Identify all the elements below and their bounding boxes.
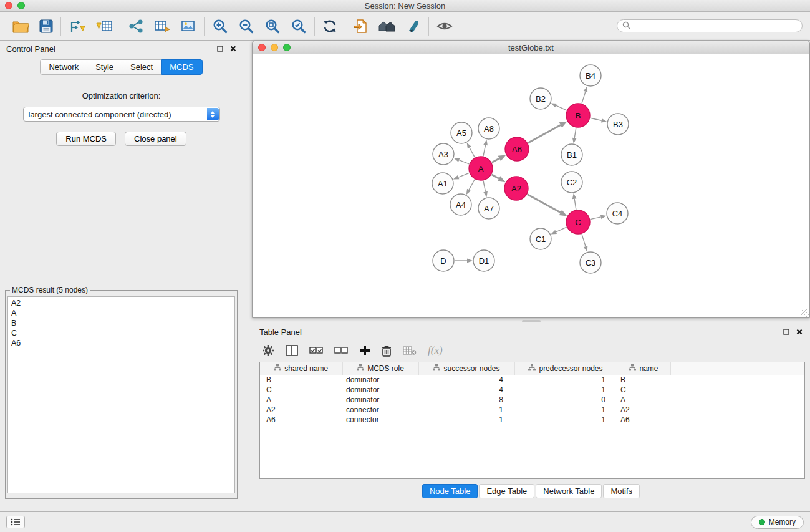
mcds-result-list[interactable]: A2ABCA6: [7, 296, 235, 493]
network-node-C[interactable]: C: [566, 210, 590, 234]
resize-handle-icon[interactable]: [801, 309, 809, 317]
zoom-in-icon[interactable]: [212, 18, 228, 34]
show-hide-eye-icon[interactable]: [436, 19, 453, 33]
network-node-D1[interactable]: D1: [473, 250, 494, 271]
column-header-mcds-role[interactable]: MCDS role: [342, 362, 418, 375]
mcds-result-item[interactable]: A2: [11, 298, 231, 308]
settings-gear-icon[interactable]: [262, 344, 274, 357]
close-panel-icon[interactable]: [230, 44, 236, 54]
open-session-icon[interactable]: [353, 19, 369, 34]
network-node-C1[interactable]: C1: [530, 228, 551, 249]
column-layout-icon[interactable]: [286, 345, 298, 356]
network-node-A3[interactable]: A3: [433, 143, 454, 165]
table-row[interactable]: Adominator80A: [260, 395, 804, 405]
svg-text:B1: B1: [567, 150, 577, 160]
network-node-A8[interactable]: A8: [478, 118, 499, 139]
network-node-C2[interactable]: C2: [561, 172, 582, 193]
network-node-C3[interactable]: C3: [580, 252, 601, 273]
splitter-handle[interactable]: [522, 320, 541, 322]
network-node-A4[interactable]: A4: [450, 194, 471, 215]
network-node-A2[interactable]: A2: [504, 177, 528, 200]
panel-menu-button[interactable]: [6, 516, 25, 528]
optimization-criterion-select[interactable]: largest connected component (directed): [23, 107, 220, 122]
delete-table-icon[interactable]: [403, 346, 417, 355]
network-node-A5[interactable]: A5: [451, 122, 472, 143]
column-header-successor-nodes[interactable]: successor nodes: [418, 362, 514, 375]
node-table[interactable]: shared nameMCDS rolesuccessor nodesprede…: [259, 362, 805, 479]
tab-style[interactable]: Style: [87, 59, 122, 75]
tab-network-table[interactable]: Network Table: [536, 484, 602, 498]
control-panel-tabs: NetworkStyleSelectMCDS: [0, 59, 243, 75]
table-row[interactable]: Cdominator41C: [260, 385, 804, 395]
selected-option-label: largest connected component (directed): [29, 110, 171, 119]
network-close-button[interactable]: [258, 44, 266, 51]
tab-node-table[interactable]: Node Table: [422, 484, 478, 498]
mcds-result-item[interactable]: C: [11, 328, 231, 338]
delete-row-icon[interactable]: [382, 345, 392, 357]
style-brush-icon[interactable]: [406, 19, 421, 34]
window-controls: [5, 2, 25, 9]
network-graph[interactable]: B4B2BB3A5A8A6B1A3AC2A1A2A4A7C4CC1C3DD1: [253, 54, 800, 317]
tab-select[interactable]: Select: [122, 59, 162, 75]
tab-edge-table[interactable]: Edge Table: [479, 484, 534, 498]
network-node-A7[interactable]: A7: [478, 198, 499, 219]
select-all-icon[interactable]: [309, 346, 323, 355]
mcds-result-item[interactable]: B: [11, 318, 231, 328]
refresh-icon[interactable]: [322, 19, 337, 34]
mcds-result-group: MCDS result (5 nodes) A2ABCA6: [5, 286, 238, 499]
import-network-icon[interactable]: [69, 19, 85, 34]
network-node-A[interactable]: A: [469, 157, 493, 180]
tab-network[interactable]: Network: [40, 59, 87, 75]
mcds-result-item[interactable]: A6: [11, 338, 231, 348]
svg-text:A8: A8: [484, 124, 494, 133]
control-panel-title: Control Panel: [6, 44, 55, 54]
zoom-window-button[interactable]: [17, 2, 25, 9]
export-image-icon[interactable]: [180, 19, 196, 34]
table-row[interactable]: Bdominator41B: [260, 375, 804, 385]
close-window-button[interactable]: [5, 2, 12, 9]
zoom-selected-icon[interactable]: [291, 18, 307, 34]
mcds-result-item[interactable]: A: [11, 308, 231, 318]
tab-motifs[interactable]: Motifs: [603, 484, 640, 498]
network-node-A1[interactable]: A1: [432, 173, 453, 194]
column-header-name[interactable]: name: [617, 362, 670, 375]
function-builder-icon[interactable]: f(x): [428, 344, 443, 357]
float-panel-icon[interactable]: [217, 44, 223, 54]
save-session-icon[interactable]: [39, 19, 53, 33]
network-node-B[interactable]: B: [566, 104, 590, 127]
table-row[interactable]: A2connector11A2: [260, 405, 804, 415]
table-panel-title: Table Panel: [259, 327, 302, 337]
memory-button[interactable]: Memory: [751, 516, 804, 529]
open-folder-icon[interactable]: [12, 19, 29, 33]
export-table-icon[interactable]: [154, 19, 170, 34]
home-icon[interactable]: [378, 19, 396, 34]
search-field[interactable]: [617, 19, 803, 32]
network-node-D[interactable]: D: [433, 250, 454, 271]
close-table-panel-icon[interactable]: [796, 327, 803, 337]
column-header-predecessor-nodes[interactable]: predecessor nodes: [514, 362, 617, 375]
tab-mcds[interactable]: MCDS: [161, 59, 202, 75]
network-node-B1[interactable]: B1: [561, 144, 582, 165]
column-header-shared-name[interactable]: shared name: [260, 362, 342, 375]
network-node-B4[interactable]: B4: [580, 65, 601, 86]
network-node-A6[interactable]: A6: [505, 137, 529, 161]
search-input[interactable]: [634, 22, 797, 31]
close-panel-button[interactable]: Close panel: [125, 132, 186, 146]
float-table-panel-icon[interactable]: [783, 327, 789, 337]
network-node-B2[interactable]: B2: [530, 88, 551, 109]
network-window: testGlobe.txt B4B2BB3A5A8A6B1A3AC2A1A2A4…: [252, 41, 810, 318]
network-node-C4[interactable]: C4: [607, 203, 628, 224]
first-neighbors-icon[interactable]: [128, 19, 144, 34]
table-row[interactable]: A6connector11A6: [260, 415, 804, 425]
import-table-icon[interactable]: [95, 19, 112, 34]
zoom-out-icon[interactable]: [238, 18, 254, 34]
network-canvas[interactable]: B4B2BB3A5A8A6B1A3AC2A1A2A4A7C4CC1C3DD1: [253, 54, 809, 317]
network-zoom-button[interactable]: [283, 44, 291, 51]
zoom-fit-icon[interactable]: [264, 18, 281, 34]
network-node-B3[interactable]: B3: [607, 114, 629, 135]
svg-text:A1: A1: [438, 179, 448, 188]
run-mcds-button[interactable]: Run MCDS: [56, 132, 116, 146]
add-row-icon[interactable]: [359, 345, 370, 356]
network-minimize-button[interactable]: [271, 44, 278, 51]
clear-selection-icon[interactable]: [334, 346, 348, 355]
